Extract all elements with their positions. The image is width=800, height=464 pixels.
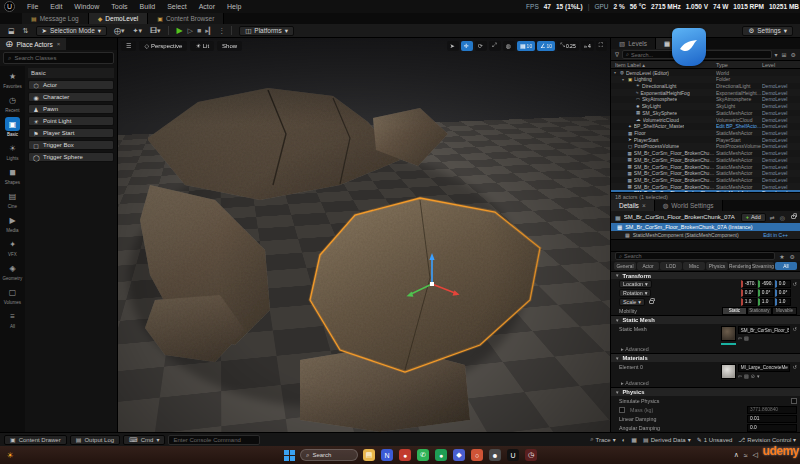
grid-snap-icon[interactable]: ▦ 10 — [517, 41, 535, 51]
details-search-input[interactable]: ⌕ Search — [615, 252, 775, 260]
derived-data-dropdown[interactable]: ▤ Derived Data ▾ — [643, 436, 691, 443]
lock-icon[interactable] — [791, 215, 796, 219]
content-drawer-button[interactable]: ▣ Content Drawer — [4, 435, 67, 445]
outliner-row[interactable]: ▦ SM_SkySphere StaticMeshActor DemoLevel — [611, 110, 800, 117]
filter-tab[interactable]: Actor — [637, 262, 659, 270]
contacts-app-icon[interactable]: ☻ — [489, 449, 501, 461]
scale-dropdown[interactable]: Scale▾ — [619, 298, 645, 306]
category-shapes[interactable]: ◼ Shapes — [0, 165, 25, 185]
tray-chevron-icon[interactable]: ∧ — [734, 451, 739, 459]
materials-advanced-expander[interactable]: ▸ Advanced — [611, 378, 800, 387]
cmd-dropdown[interactable]: ⌨ Cmd ▾ — [123, 435, 165, 445]
location-y-field[interactable]: -690.0 — [758, 280, 774, 288]
selection-mode-dropdown[interactable]: ➤ Selection Mode ▾ — [36, 26, 108, 36]
menu-item[interactable]: Edit — [44, 3, 68, 10]
category-all[interactable]: ≡ All — [0, 309, 25, 329]
expander-arrow-icon[interactable]: ▾ — [614, 70, 618, 75]
details-splitter[interactable] — [611, 239, 800, 252]
menu-item[interactable]: Tools — [105, 3, 133, 10]
category-favorites[interactable]: ★ Favorites — [0, 69, 25, 89]
outliner-row[interactable]: ▦ SM_Br_CorSm_Floor_BrokenChunk_02A Stat… — [611, 163, 800, 170]
stop-button[interactable]: ■ — [195, 27, 203, 34]
category-volumes[interactable]: ▢ Volumes — [0, 285, 25, 305]
place-actor-item[interactable]: ☀ Point Light — [28, 116, 114, 126]
outliner-settings-gear-icon[interactable]: ⚙ — [790, 51, 797, 58]
menu-item[interactable]: File — [21, 3, 44, 10]
column-type[interactable]: Type — [716, 62, 762, 68]
reset-to-default-icon[interactable]: ↺ — [793, 281, 797, 287]
angular-damping-field[interactable]: 0.0 — [747, 424, 797, 432]
network-icon[interactable]: ≈ — [744, 452, 748, 459]
menu-item[interactable]: Help — [221, 3, 247, 10]
rotation-x-field[interactable]: 0.0° — [741, 289, 757, 297]
levels-tab[interactable]: ▧ Levels — [611, 38, 656, 49]
whatsapp-icon[interactable]: ✆ — [417, 449, 429, 461]
memory-status-icon[interactable]: ◐ — [622, 437, 626, 443]
reset-to-default-icon[interactable]: ↺ — [793, 364, 797, 370]
expander-arrow-icon[interactable]: ▾ — [622, 77, 626, 82]
outliner-row[interactable]: ☁ VolumetricCloud VolumetricCloud DemoLe… — [611, 116, 800, 123]
location-x-field[interactable]: -870.0 — [741, 280, 757, 288]
rotation-snap-icon[interactable]: ∠ 10 — [537, 41, 555, 51]
play-button[interactable]: ▶ — [173, 26, 185, 35]
material-thumbnail[interactable] — [721, 364, 736, 379]
place-actors-search-input[interactable]: ⌕ Search Classes — [3, 52, 114, 64]
filter-tab[interactable]: Physics — [706, 262, 728, 270]
weather-widget-icon[interactable]: ☀ — [2, 448, 18, 462]
perspective-dropdown[interactable]: ◇ Perspective — [139, 41, 187, 51]
menu-item[interactable]: Build — [134, 3, 162, 10]
filter-tab[interactable]: Streaming — [752, 262, 774, 270]
menu-item[interactable]: Window — [68, 3, 105, 10]
info-icon[interactable]: ◎ — [779, 214, 786, 221]
physics-section-header[interactable]: ▼ Physics — [611, 387, 800, 396]
source-control-icon[interactable]: ⇅ — [19, 27, 33, 35]
static-mesh-advanced-expander[interactable]: ▸ Advanced — [611, 344, 800, 353]
file-explorer-icon[interactable]: ▤ — [363, 449, 375, 461]
category-vfx[interactable]: ✦ VFX — [0, 237, 25, 257]
category-basic[interactable]: ▣ Basic — [0, 117, 25, 137]
world-settings-tab[interactable]: ◍ World Settings — [655, 200, 723, 211]
outliner-row[interactable]: ▾ ◍ DemoLevel (Editor) World — [611, 69, 800, 76]
transform-section-header[interactable]: ▼ Transform — [611, 271, 800, 280]
linear-damping-field[interactable]: 0.01 — [747, 415, 797, 423]
outliner-row[interactable]: ✦ BP_ShelfActor_Master Edit BP_ShelfActo… — [611, 123, 800, 130]
category-geometry[interactable]: ◈ Geometry — [0, 261, 25, 281]
editor-tab[interactable]: ▣ Content Browser — [148, 13, 224, 24]
place-actor-item[interactable]: ⚑ Player Start — [28, 128, 114, 138]
platforms-dropdown[interactable]: ◫ Platforms ▾ — [239, 26, 294, 36]
rotation-dropdown[interactable]: Rotation▾ — [619, 289, 651, 297]
add-component-button[interactable]: + Add — [741, 213, 766, 222]
filter-tab[interactable]: All — [775, 262, 797, 270]
category-recent[interactable]: ◷ Recent — [0, 93, 25, 113]
instance-row[interactable]: ▦ SM_Br_CorSm_Floor_BrokenChunk_07A (Ins… — [611, 223, 800, 231]
outliner-row[interactable]: ▦ SM_Br_CorSm_Floor_BrokenChunk_01A Stat… — [611, 157, 800, 164]
category-cine[interactable]: ▤ Cine — [0, 189, 25, 209]
outliner-row[interactable]: ▦ SM_Br_CorSm_Floor_BrokenChunk_06A Stat… — [611, 183, 800, 190]
save-icon[interactable]: ⬓ — [4, 27, 19, 35]
reset-to-default-icon[interactable]: ↺ — [793, 326, 797, 332]
mobility-movable-button[interactable]: Movable — [772, 307, 797, 315]
unsaved-button[interactable]: ✎ 1 Unsaved — [697, 436, 733, 443]
outliner-row[interactable]: ▾ ▣ Lighting Folder — [611, 76, 800, 83]
outliner-row[interactable]: ≈ ExponentialHeightFog ExponentialHeight… — [611, 89, 800, 96]
console-command-input[interactable]: Enter Console Command — [168, 435, 260, 445]
scale-z-field[interactable]: 1.0 — [775, 298, 791, 306]
location-dropdown[interactable]: Location▾ — [619, 280, 652, 288]
close-icon[interactable]: × — [57, 41, 61, 47]
outliner-row[interactable]: ▦ Floor StaticMeshActor DemoLevel — [611, 130, 800, 137]
scale-y-field[interactable]: 1.0 — [758, 298, 774, 306]
unreal-engine-icon[interactable]: U — [507, 449, 519, 461]
chevron-down-icon[interactable]: ▾ — [774, 51, 779, 58]
select-tool-icon[interactable]: ➤ — [447, 41, 459, 51]
static-mesh-section-header[interactable]: ▼ Static Mesh — [611, 315, 800, 324]
notepad-app-icon[interactable]: N — [381, 449, 393, 461]
location-z-field[interactable]: 0.0 — [775, 280, 791, 288]
blueprints-button[interactable]: ✦▾ — [129, 27, 146, 35]
discord-icon[interactable]: ◆ — [453, 449, 465, 461]
show-dropdown[interactable]: Show — [217, 41, 242, 51]
rotation-y-field[interactable]: 0.0° — [758, 289, 774, 297]
favorites-star-icon[interactable]: ★ — [778, 253, 785, 260]
scale-x-field[interactable]: 1.0 — [741, 298, 757, 306]
category-lights[interactable]: ☀ Lights — [0, 141, 25, 161]
rotation-z-field[interactable]: 0.0° — [775, 289, 791, 297]
